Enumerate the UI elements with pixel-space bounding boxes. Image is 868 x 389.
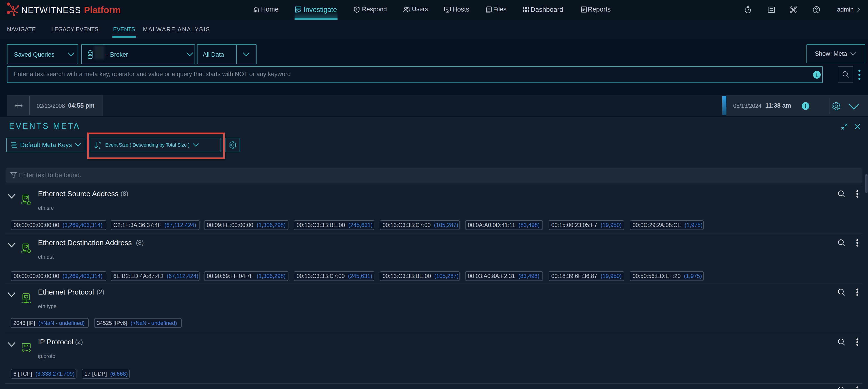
svg-text:IP: IP — [24, 344, 28, 348]
svg-text:z: z — [99, 146, 100, 149]
svg-text:A: A — [99, 141, 101, 144]
